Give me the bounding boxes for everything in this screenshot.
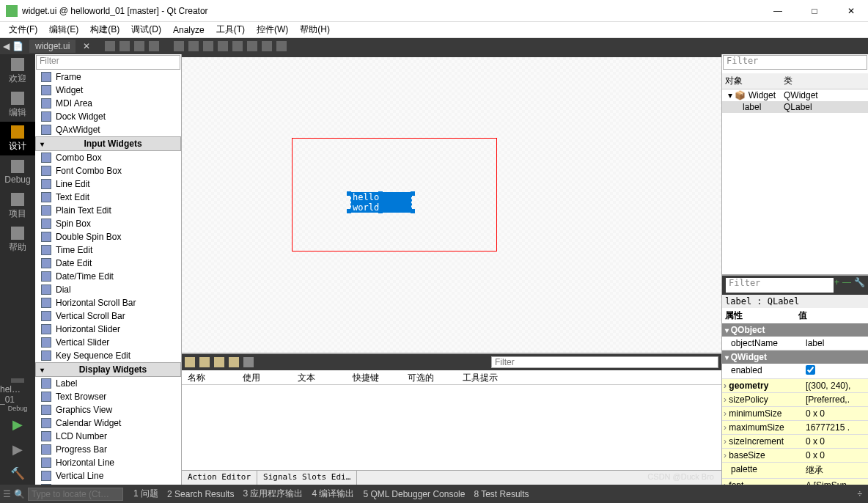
property-row[interactable]: sizePolicy[Preferred,. — [722, 393, 868, 407]
mode-help[interactable]: 帮助 — [0, 223, 35, 257]
object-tree-row[interactable]: ▾ 📦 WidgetQWidget — [722, 89, 868, 101]
menu-file[interactable]: 文件(F) — [3, 22, 43, 37]
tab-signals-slots[interactable]: Signals Slots Edi… — [257, 471, 357, 485]
widget-item[interactable]: Horizontal Slider — [35, 323, 181, 336]
widget-item[interactable]: Date Edit — [35, 257, 181, 270]
back-icon[interactable]: ◀ — [3, 41, 10, 51]
mode-projects[interactable]: 项目 — [0, 189, 35, 223]
property-row[interactable]: palette继承 — [722, 463, 868, 479]
tab-close-icon[interactable]: ✕ — [83, 41, 90, 51]
property-group[interactable]: QObject — [722, 323, 868, 337]
menu-help[interactable]: 帮助(H) — [294, 22, 336, 37]
property-group[interactable]: QWidget — [722, 350, 868, 364]
tab-action-editor[interactable]: Action Editor — [182, 471, 257, 485]
widget-item[interactable]: Vertical Slider — [35, 336, 181, 349]
property-row[interactable]: baseSize0 x 0 — [722, 449, 868, 463]
layout-hsplit-icon[interactable] — [203, 41, 213, 51]
menu-edit[interactable]: 编辑(E) — [43, 22, 84, 37]
status-search[interactable]: 2 Search Results — [163, 489, 238, 499]
layout-grid-icon[interactable] — [232, 41, 243, 51]
widget-item[interactable]: Vertical Line — [35, 469, 181, 482]
widget-item[interactable]: Dial — [35, 283, 181, 296]
add-dynamic-prop-icon[interactable]: + — [834, 277, 839, 293]
widget-item[interactable]: QAxWidget — [35, 123, 181, 136]
widget-item[interactable]: Vertical Scroll Bar — [35, 309, 181, 323]
property-row[interactable]: sizeIncrement0 x 0 — [722, 435, 868, 449]
action-filter[interactable] — [491, 356, 718, 368]
widget-item[interactable]: Time Edit — [35, 243, 181, 257]
adjust-size-icon[interactable] — [276, 41, 287, 51]
copy-action-icon[interactable] — [199, 357, 210, 367]
status-issues[interactable]: 1 问题 — [129, 488, 163, 500]
widget-item[interactable]: Combo Box — [35, 151, 181, 164]
close-sidebar-icon[interactable]: ☰ — [3, 489, 11, 499]
resize-handle-se[interactable] — [411, 209, 415, 213]
label-widget-selected[interactable]: hello world — [350, 195, 412, 210]
resize-handle-ne[interactable] — [411, 191, 415, 196]
resize-handle-n[interactable] — [378, 191, 383, 196]
edit-tab-order-icon[interactable] — [149, 41, 159, 51]
object-tree-row[interactable]: labelQLabel — [722, 101, 868, 113]
mode-welcome[interactable]: 欢迎 — [0, 54, 35, 88]
widget-item[interactable]: MDI Area — [35, 97, 181, 110]
edit-buddies-icon[interactable] — [134, 41, 144, 51]
new-action-icon[interactable] — [185, 357, 195, 367]
resize-handle-s[interactable] — [378, 209, 383, 213]
property-row[interactable]: objectNamelabel — [722, 337, 868, 350]
edit-signals-icon[interactable] — [119, 41, 130, 51]
status-tests[interactable]: 8 Test Results — [469, 489, 533, 499]
widget-item[interactable]: Graphics View — [35, 403, 181, 416]
minimize-button[interactable]: — — [767, 6, 789, 16]
property-row[interactable]: minimumSize0 x 0 — [722, 407, 868, 421]
widget-group-header[interactable]: Display Widgets — [35, 362, 181, 377]
property-row[interactable]: enabled — [722, 364, 868, 379]
project-selector[interactable]: hel…_01Debug — [0, 378, 35, 412]
build-button[interactable]: 🔨 — [10, 466, 25, 480]
edit-widgets-icon[interactable] — [105, 41, 115, 51]
widget-item[interactable]: Text Browser — [35, 390, 181, 403]
layout-v-icon[interactable] — [188, 41, 199, 51]
widget-item[interactable]: Calendar Widget — [35, 416, 181, 430]
progress-icon[interactable]: ÷ — [857, 489, 862, 499]
widget-item[interactable]: Font Combo Box — [35, 164, 181, 177]
widget-item[interactable]: Text Edit — [35, 191, 181, 204]
widget-item[interactable]: Widget — [35, 84, 181, 97]
property-row[interactable]: geometry[(300, 240), — [722, 379, 868, 393]
status-compile[interactable]: 4 编译输出 — [307, 488, 358, 500]
resize-handle-nw[interactable] — [347, 191, 351, 196]
widget-item[interactable]: Horizontal Line — [35, 456, 181, 469]
paste-action-icon[interactable] — [214, 357, 224, 367]
property-filter[interactable]: Filter — [726, 278, 834, 293]
status-qml[interactable]: 5 QML Debugger Console — [358, 489, 469, 499]
menu-tools[interactable]: 工具(T) — [210, 22, 251, 37]
status-app-output[interactable]: 3 应用程序输出 — [238, 488, 307, 500]
design-canvas[interactable]: hello world — [182, 54, 721, 353]
widget-item[interactable]: Plain Text Edit — [35, 204, 181, 217]
menu-debug[interactable]: 调试(D) — [125, 22, 167, 37]
widget-item[interactable]: Double Spin Box — [35, 230, 181, 243]
property-row[interactable]: maximumSize16777215 . — [722, 421, 868, 435]
widget-item[interactable]: LCD Number — [35, 430, 181, 443]
menu-build[interactable]: 构建(B) — [84, 22, 125, 37]
menu-analyze[interactable]: Analyze — [167, 23, 210, 37]
widget-group-header[interactable]: Input Widgets — [35, 136, 181, 151]
widget-item[interactable]: Horizontal Scroll Bar — [35, 296, 181, 309]
widget-item[interactable]: Dock Widget — [35, 110, 181, 123]
menu-widgets[interactable]: 控件(W) — [251, 22, 294, 37]
delete-action-icon[interactable] — [229, 357, 239, 367]
mode-edit[interactable]: 编辑 — [0, 88, 35, 122]
resize-handle-sw[interactable] — [347, 209, 351, 213]
widget-item[interactable]: Date/Time Edit — [35, 270, 181, 283]
locator-input[interactable] — [28, 488, 123, 501]
layout-vsplit-icon[interactable] — [218, 41, 228, 51]
object-inspector-filter[interactable]: Filter — [723, 55, 867, 70]
widget-item[interactable]: Progress Bar — [35, 443, 181, 456]
mode-design[interactable]: 设计 — [0, 122, 35, 155]
close-button[interactable]: ✕ — [840, 6, 862, 16]
run-button[interactable]: ▶ — [12, 416, 23, 433]
widgetbox-filter[interactable]: Filter — [36, 55, 180, 70]
break-layout-icon[interactable] — [262, 41, 272, 51]
layout-form-icon[interactable] — [247, 41, 257, 51]
widget-item[interactable]: Label — [35, 377, 181, 390]
run-debug-button[interactable]: ▶ — [12, 441, 23, 458]
